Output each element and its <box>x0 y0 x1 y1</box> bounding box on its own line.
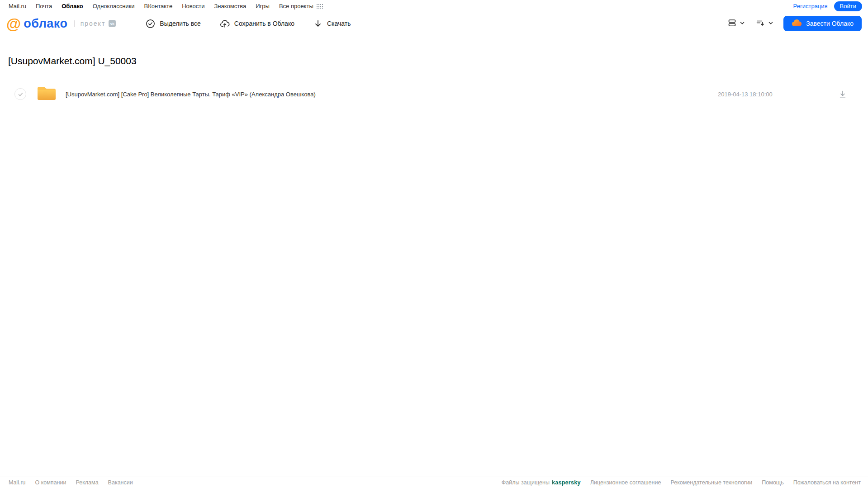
chevron-down-icon <box>740 19 745 28</box>
portal-auth: Регистрация Войти <box>793 1 862 11</box>
project-vk-label: проект <box>81 20 106 27</box>
app-header: @ облако | проект vk Выделить все <box>0 12 868 35</box>
all-projects-label: Все проекты <box>279 3 313 9</box>
list-view-icon <box>728 19 736 29</box>
header-right-controls: Завести Облако <box>728 16 862 31</box>
footer-link-jobs[interactable]: Вакансии <box>108 479 133 486</box>
row-checkbox[interactable] <box>14 88 26 100</box>
page-title: [UsupovMarket.com] U_50003 <box>0 56 868 66</box>
footer-link-license[interactable]: Лицензионное соглашение <box>590 479 661 486</box>
select-all-label: Выделить все <box>160 20 201 27</box>
protected-by-label: Файлы защищены <box>502 479 550 486</box>
registration-link[interactable]: Регистрация <box>793 3 828 9</box>
download-label: Скачать <box>327 20 351 27</box>
portal-nav-links: Mail.ru Почта Облако Одноклассники ВКонт… <box>9 3 323 9</box>
download-underline-icon <box>838 90 847 99</box>
footer-link-ads[interactable]: Реклама <box>76 479 98 486</box>
main-content: [UsupovMarket.com] U_50003 [UsupovMarket… <box>0 35 868 104</box>
file-row[interactable]: [UsupovMarket.com] [Cake Pro] Великолепн… <box>0 85 868 104</box>
create-cloud-button[interactable]: Завести Облако <box>783 16 862 31</box>
chevron-down-icon <box>768 19 773 28</box>
nav-item-mail[interactable]: Почта <box>36 3 52 9</box>
file-name[interactable]: [UsupovMarket.com] [Cake Pro] Великолепн… <box>66 91 718 98</box>
mailru-at-icon: @ <box>6 16 21 31</box>
sort-dropdown[interactable] <box>756 19 773 29</box>
footer-link-help[interactable]: Помощь <box>762 479 783 486</box>
cloud-logo[interactable]: @ облако | проект vk <box>6 16 116 31</box>
select-all-button[interactable]: Выделить все <box>146 19 201 28</box>
apps-grid-icon <box>317 4 323 9</box>
nav-item-dating[interactable]: Знакомства <box>214 3 246 9</box>
login-button[interactable]: Войти <box>834 1 862 11</box>
check-circle-icon <box>146 19 155 28</box>
file-date: 2019-04-13 18:10:00 <box>718 91 831 98</box>
sort-icon <box>756 19 765 29</box>
kaspersky-logo[interactable]: kaspersky <box>552 479 581 486</box>
file-toolbar: Выделить все Сохранить в Облако Скачать <box>146 19 351 28</box>
footer: Mail.ru О компании Реклама Вакансии Файл… <box>0 477 868 488</box>
nav-item-mailru[interactable]: Mail.ru <box>9 3 26 9</box>
cloud-logo-text: облако <box>24 17 67 31</box>
download-button[interactable]: Скачать <box>313 19 351 28</box>
logo-divider: | <box>74 19 76 28</box>
download-arrow-icon <box>313 19 323 28</box>
create-cloud-label: Завести Облако <box>806 20 854 27</box>
kaspersky-protection: Файлы защищены kaspersky <box>502 479 581 486</box>
save-to-cloud-label: Сохранить в Облако <box>234 20 294 27</box>
footer-right-links: Файлы защищены kaspersky Лицензионное со… <box>502 479 861 486</box>
nav-item-games[interactable]: Игры <box>256 3 270 9</box>
cloud-upload-icon <box>220 19 230 28</box>
row-download-button[interactable] <box>831 90 854 99</box>
nav-item-cloud[interactable]: Облако <box>62 3 83 9</box>
nav-item-vkontakte[interactable]: ВКонтакте <box>144 3 173 9</box>
footer-link-mailru[interactable]: Mail.ru <box>9 479 26 486</box>
nav-item-all-projects[interactable]: Все проекты <box>279 3 323 9</box>
check-icon <box>18 91 24 97</box>
footer-link-about[interactable]: О компании <box>35 479 66 486</box>
footer-left-links: Mail.ru О компании Реклама Вакансии <box>9 479 133 486</box>
folder-icon <box>36 85 57 104</box>
footer-link-recommendation-tech[interactable]: Рекомендательные технологии <box>670 479 752 486</box>
nav-item-news[interactable]: Новости <box>182 3 204 9</box>
save-to-cloud-button[interactable]: Сохранить в Облако <box>220 19 294 28</box>
portal-navbar: Mail.ru Почта Облако Одноклассники ВКонт… <box>0 0 868 12</box>
view-mode-dropdown[interactable] <box>728 19 745 29</box>
orange-cloud-icon <box>792 19 802 28</box>
footer-link-report-content[interactable]: Пожаловаться на контент <box>793 479 861 486</box>
nav-item-odnoklassniki[interactable]: Одноклассники <box>93 3 135 9</box>
vk-logo-icon: vk <box>109 20 116 27</box>
